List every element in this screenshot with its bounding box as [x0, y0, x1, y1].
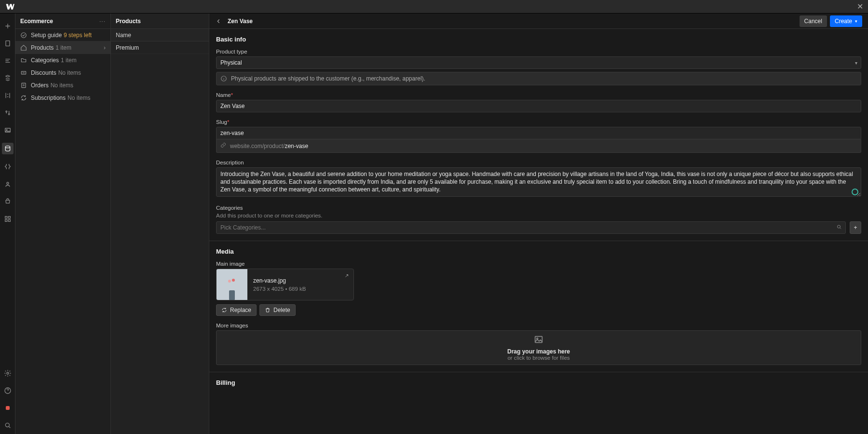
variables-icon[interactable]	[3, 91, 13, 100]
sidebar-item-label: Discounts	[31, 69, 56, 76]
settings-icon[interactable]	[3, 368, 13, 378]
navigator-icon[interactable]	[3, 56, 13, 66]
description-label: Description	[216, 160, 861, 165]
slug-input[interactable]	[216, 127, 861, 139]
product-row[interactable]: Premium	[111, 41, 209, 54]
categories-label: Categories	[216, 205, 861, 211]
tool-rail	[0, 14, 15, 434]
svg-point-14	[21, 32, 27, 38]
sidebar-item-label: Products	[31, 44, 54, 51]
assets-icon[interactable]	[3, 125, 13, 135]
svg-point-2	[8, 113, 10, 115]
section-media-title: Media	[216, 248, 861, 255]
editor-title: Zen Vase	[228, 18, 253, 25]
image-filename: zen-vase.jpg	[253, 277, 348, 284]
name-input[interactable]	[216, 100, 861, 112]
link-icon	[220, 142, 226, 149]
pages-icon[interactable]	[3, 39, 13, 48]
check-circle-icon	[20, 32, 27, 39]
sidebar-item-discounts[interactable]: Discounts No items	[15, 67, 110, 79]
logic-icon[interactable]	[3, 162, 13, 172]
search-icon[interactable]	[3, 420, 13, 430]
editor-body[interactable]: Basic info Product type ▾ Physical produ…	[209, 29, 868, 434]
create-button[interactable]: Create▾	[830, 15, 862, 27]
svg-point-18	[838, 225, 841, 228]
webflow-logo-icon[interactable]	[5, 2, 14, 12]
product-type-hint: Physical products are shipped to the cus…	[216, 72, 861, 85]
products-panel-title: Products	[111, 14, 209, 29]
dropzone-sub-text: or click to browse for files	[507, 355, 570, 361]
divider	[209, 372, 868, 372]
info-icon	[220, 75, 227, 82]
sidebar-item-setup-guide[interactable]: Setup guide 9 steps left	[15, 29, 110, 41]
sidebar-item-label: Setup guide	[31, 32, 62, 39]
editor-header: Zen Vase Cancel Create▾	[209, 14, 868, 29]
sidebar-title: Ecommerce	[20, 18, 53, 25]
more-images-label: More images	[216, 323, 861, 328]
more-images-dropzone[interactable]: Drag your images here or click to browse…	[216, 330, 861, 365]
cancel-button[interactable]: Cancel	[800, 15, 827, 27]
discount-icon	[20, 69, 27, 76]
svg-point-5	[5, 146, 10, 148]
product-type-select[interactable]	[216, 56, 861, 69]
main-image-label: Main image	[216, 261, 861, 267]
back-arrow-icon[interactable]	[215, 18, 222, 25]
expand-icon[interactable]	[344, 273, 350, 280]
replace-button[interactable]: Replace	[216, 304, 257, 316]
image-thumbnail[interactable]	[217, 269, 247, 300]
sidebar-item-subscriptions[interactable]: Subscriptions No items	[15, 92, 110, 104]
close-icon[interactable]: ✕	[857, 2, 863, 11]
users-icon[interactable]	[3, 179, 13, 189]
main-image-card: zen-vase.jpg 2673 x 4025 • 689 kB	[216, 269, 354, 300]
help-icon[interactable]	[3, 386, 13, 395]
grammarly-icon	[852, 189, 858, 195]
section-billing-title: Billing	[216, 379, 861, 386]
product-editor: Zen Vase Cancel Create▾ Basic info Produ…	[209, 14, 868, 434]
sidebar-item-meta: 9 steps left	[64, 32, 92, 39]
section-basic-info-title: Basic info	[216, 36, 861, 43]
sidebar-item-meta: No items	[58, 69, 81, 76]
svg-rect-19	[535, 337, 542, 343]
svg-point-6	[7, 182, 9, 184]
cms-icon[interactable]	[2, 143, 14, 154]
categories-input[interactable]	[216, 221, 846, 234]
description-textarea[interactable]	[216, 167, 861, 197]
styles-icon[interactable]	[3, 108, 13, 118]
ecommerce-sidebar: Ecommerce ··· Setup guide 9 steps left P…	[15, 14, 111, 434]
add-icon[interactable]	[3, 21, 13, 31]
sidebar-item-orders[interactable]: Orders No items	[15, 79, 110, 92]
chevron-right-icon: ›	[104, 44, 106, 51]
apps-icon[interactable]	[3, 214, 13, 224]
search-icon	[836, 224, 842, 231]
sidebar-item-meta: 1 item	[55, 44, 71, 51]
categories-sublabel: Add this product to one or more categori…	[216, 213, 861, 218]
slug-label: Slug*	[216, 119, 861, 125]
image-icon	[533, 334, 544, 346]
svg-point-1	[6, 111, 7, 112]
dropzone-main-text: Drag your images here	[507, 348, 570, 355]
components-icon[interactable]	[3, 73, 13, 83]
sidebar-item-categories[interactable]: Categories 1 item	[15, 54, 110, 67]
slug-url-preview: website.com/product/zen-vase	[216, 139, 861, 153]
sidebar-header: Ecommerce ···	[15, 14, 110, 29]
sidebar-item-meta: No items	[68, 95, 90, 101]
sidebar-item-meta: No items	[51, 82, 73, 89]
products-list-panel: Products Name Premium	[111, 14, 209, 434]
more-icon[interactable]: ···	[99, 18, 106, 25]
delete-button[interactable]: Delete	[259, 304, 296, 316]
divider	[209, 241, 868, 241]
video-tutorial-icon[interactable]	[3, 403, 13, 413]
svg-point-11	[7, 372, 9, 374]
sidebar-item-meta: 1 item	[61, 57, 77, 64]
svg-rect-10	[8, 219, 10, 221]
app-topbar: ✕	[0, 0, 868, 14]
sidebar-item-products[interactable]: Products 1 item ›	[15, 41, 110, 54]
product-type-hint-text: Physical products are shipped to the cus…	[231, 75, 425, 82]
ecommerce-icon[interactable]	[3, 197, 13, 206]
chevron-down-icon: ▾	[855, 19, 857, 24]
add-category-button[interactable]: +	[850, 221, 861, 234]
product-type-label: Product type	[216, 49, 861, 54]
svg-rect-9	[5, 219, 7, 221]
sidebar-item-label: Subscriptions	[31, 95, 66, 101]
products-column-header: Name	[111, 29, 209, 41]
